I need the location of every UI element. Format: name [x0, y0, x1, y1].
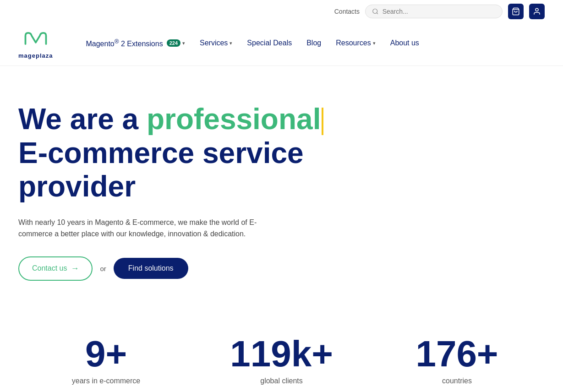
user-icon	[533, 7, 541, 16]
nav-item-blog[interactable]: Blog	[301, 35, 327, 51]
cursor	[322, 108, 323, 135]
stat-years-label: years in e-commerce	[72, 377, 140, 385]
stat-years: 9+ years in e-commerce	[18, 336, 194, 385]
cart-icon	[512, 7, 520, 16]
svg-point-3	[536, 8, 538, 11]
find-solutions-button[interactable]: Find solutions	[114, 258, 188, 279]
hero-line3: provider	[18, 170, 136, 203]
search-input[interactable]	[383, 8, 496, 15]
user-button[interactable]	[529, 4, 545, 19]
hero-actions: Contact us → or Find solutions	[18, 256, 394, 281]
nav-item-resources[interactable]: Resources ▾	[330, 35, 381, 51]
chevron-down-icon: ▾	[182, 40, 185, 46]
hero-section: We are a professional E-commerce service…	[0, 66, 412, 308]
nav-badge-magento: 224	[167, 39, 180, 47]
stat-countries-number: 176+	[415, 336, 498, 372]
chevron-down-icon: ▾	[373, 40, 376, 46]
nav-item-magento[interactable]: Magento® 2 Extensions 224 ▾	[80, 34, 191, 52]
svg-point-0	[373, 9, 377, 14]
contact-us-button[interactable]: Contact us →	[18, 256, 93, 281]
logo[interactable]: mageplaza	[18, 27, 53, 59]
main-nav: Magento® 2 Extensions 224 ▾ Services ▾ S…	[80, 34, 424, 52]
stat-countries-label: countries	[442, 377, 472, 385]
hero-description: With nearly 10 years in Magento & E-comm…	[18, 217, 275, 240]
hero-line2: E-commerce service	[18, 136, 304, 169]
stat-countries: 176+ countries	[369, 336, 545, 385]
hero-headline: We are a professional E-commerce service…	[18, 103, 394, 204]
or-separator: or	[100, 265, 106, 272]
nav-item-services[interactable]: Services ▾	[194, 35, 238, 51]
stats-section: 9+ years in e-commerce 119k+ global clie…	[0, 308, 563, 392]
chevron-down-icon: ▾	[230, 40, 232, 46]
svg-line-1	[377, 13, 378, 14]
stat-clients: 119k+ global clients	[194, 336, 369, 385]
stat-years-number: 9+	[85, 336, 127, 372]
search-icon	[372, 8, 379, 15]
hero-highlight: professional	[147, 103, 324, 136]
nav-item-about-us[interactable]: About us	[385, 35, 425, 51]
contacts-link[interactable]: Contacts	[334, 8, 360, 15]
search-bar	[365, 5, 503, 18]
logo-text: mageplaza	[18, 52, 53, 59]
hero-line1-static: We are a	[18, 103, 147, 136]
arrow-icon: →	[71, 264, 79, 273]
stat-clients-number: 119k+	[230, 336, 333, 372]
nav-item-special-deals[interactable]: Special Deals	[241, 35, 297, 51]
logo-icon	[22, 27, 49, 50]
stat-clients-label: global clients	[260, 377, 303, 385]
cart-button[interactable]	[508, 4, 524, 19]
